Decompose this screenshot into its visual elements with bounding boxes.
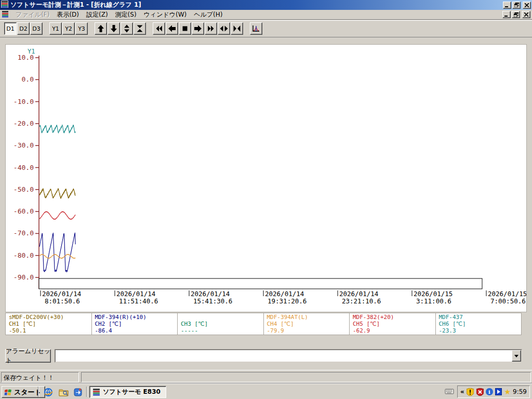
security-warning-shield-icon[interactable] [467,388,474,396]
y-tick-label: -60.0 [14,207,34,215]
series-ch2 [39,233,75,272]
channel-3-value: ----- [181,327,263,334]
step-right-button[interactable] [192,22,204,35]
show-desktop-icon[interactable] [73,387,83,397]
graph-icon [252,24,260,33]
scroll-down-button[interactable] [108,22,120,35]
arrow-down-icon [110,24,118,33]
scroll-up-button[interactable] [95,22,107,35]
system-tray: « i ★ 9:59 [457,385,530,398]
y-tick-label: 0.0 [22,75,34,83]
mdi-child-icon[interactable] [2,10,9,19]
child-minimize-button[interactable] [502,11,511,18]
d1-button[interactable]: D1 [4,22,17,35]
channel-3-label: CH3 [℃] [181,321,263,327]
channel-5-name: MDF-382(+20) [353,314,435,321]
arrows-horizontal-inward-icon [233,24,241,33]
star-icon[interactable]: ★ [504,388,511,395]
y1-button[interactable]: Y1 [49,22,62,35]
toolbar: D1D2D3Y1Y2Y3 [0,20,532,37]
graph-settings-button[interactable] [250,22,262,35]
legend-cell-ch2: MDF-394(R)(+10)CH2 [℃]-86.4 [92,313,178,335]
app-icon[interactable] [1,1,8,9]
rewind-button[interactable] [153,22,165,35]
channel-2-label: CH2 [℃] [95,321,178,327]
alarm-combobox[interactable] [55,349,522,363]
toolbar-group-2: Y1Y2Y3 [49,22,88,35]
child-close-button[interactable] [522,11,530,18]
keyboard-icon[interactable] [445,388,454,396]
combobox-dropdown-button[interactable] [512,350,521,362]
child-restore-button[interactable] [512,11,520,18]
d2-button[interactable]: D2 [17,22,30,35]
y-tick-label: -40.0 [14,164,34,171]
taskbar-clock: 9:59 [513,388,527,395]
menu-item-2[interactable]: 設定(Z) [83,10,112,19]
y-tick-label: -30.0 [14,141,34,149]
channel-6-value: -23.3 [439,327,522,334]
folder-search-icon[interactable] [58,387,69,397]
start-button-label: スタート [14,388,42,397]
x-tick-date: 2026/01/14 [42,290,81,298]
play-indicator-icon[interactable] [495,388,502,395]
stop-button[interactable] [179,22,191,35]
series-ch1 [39,188,75,198]
y-tick-label: -10.0 [14,98,34,105]
step-left-button[interactable] [166,22,178,35]
arrow-up-icon [97,24,105,33]
channel-4-label: CH4 [℃] [267,321,350,327]
double-arrow-left-icon [155,24,163,33]
arrows-vertical-inward-icon [136,24,144,33]
info-balloon-icon[interactable]: i [486,388,493,395]
channel-4-value: -79.9 [267,327,350,334]
minimize-button[interactable] [503,2,511,9]
client-area: Y110.00.0-10.0-20.0-30.0-40.0-50.0-60.0-… [0,37,532,370]
app-icon [92,388,100,396]
close-button[interactable] [523,2,531,9]
y-tick-label: -90.0 [14,273,34,281]
menu-items: ファイル(F)表示(D)設定(Z)測定(S)ウィンドウ(W)ヘルプ(H) [12,10,226,19]
legend-cell-ch3: CH3 [℃]----- [178,313,264,335]
chevron-icon[interactable]: « [460,388,464,395]
menu-bar: ファイル(F)表示(D)設定(Z)測定(S)ウィンドウ(W)ヘルプ(H) [0,10,532,20]
arrow-left-icon [168,24,176,33]
x-tick-date: 2026/01/15 [414,290,453,298]
x-tick-time: 19:31:20.6 [268,297,307,305]
channel-2-value: -86.4 [95,327,178,334]
taskbar-app-label: ソフトサーモ E830 [103,388,161,396]
internet-explorer-icon[interactable] [43,387,54,397]
alarm-reset-button[interactable]: アラームリセット [5,349,51,363]
channel-3-name [181,314,263,321]
status-message: 保存ウェイト！！ [1,372,79,382]
d3-button[interactable]: D3 [30,22,43,35]
taskbar-divider [86,387,87,397]
windows-logo-icon [4,389,12,396]
expand-vertical-button[interactable] [121,22,133,35]
taskbar-app-button[interactable]: ソフトサーモ E830 [89,386,166,398]
toolbar-group-3 [95,22,147,35]
x-tick-date: 2026/01/14 [265,290,304,298]
restore-button[interactable] [512,2,521,9]
menu-item-5[interactable]: ヘルプ(H) [190,10,226,19]
menu-item-4[interactable]: ウィンドウ(W) [140,10,191,19]
legend-cell-ch1: sMDF-DC200V(+30)CH1 [℃]-50.1 [6,313,92,335]
security-alert-shield-icon[interactable] [476,388,484,396]
toolbar-group-4 [153,22,244,35]
y2-button[interactable]: Y2 [62,22,75,35]
series-ch5 [39,211,75,219]
compress-horizontal-button[interactable] [231,22,243,35]
window-title: ソフトサーモ計測－計測1 - [折れ線グラフ 1] [10,1,141,9]
menu-item-1[interactable]: 表示(D) [53,10,83,19]
arrows-up-down-icon [123,24,131,33]
x-tick-time: 8:01:50.6 [45,297,80,305]
menu-item-3[interactable]: 測定(S) [112,10,140,19]
y3-button[interactable]: Y3 [75,22,88,35]
expand-horizontal-button[interactable] [218,22,230,35]
title-bar: ソフトサーモ計測－計測1 - [折れ線グラフ 1] [0,0,532,10]
x-tick-time: 23:21:10.6 [342,297,381,305]
alarm-combobox-value[interactable] [56,350,512,362]
x-tick-date: 2026/01/14 [191,290,230,298]
time-range-bar[interactable] [39,278,482,289]
compress-vertical-button[interactable] [134,22,146,35]
fast-forward-button[interactable] [205,22,217,35]
